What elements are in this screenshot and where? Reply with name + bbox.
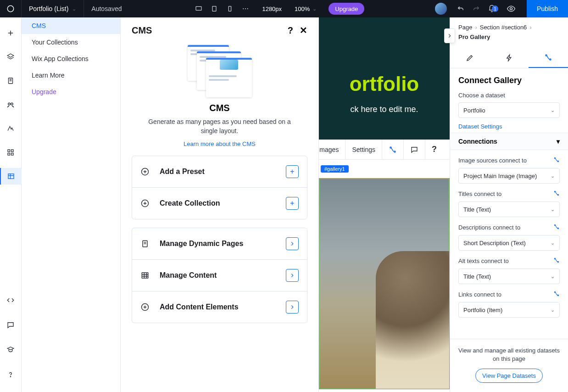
connect-data-tab[interactable] bbox=[529, 48, 568, 68]
cms-intro: CMS Generate as many pages as you need b… bbox=[121, 95, 318, 151]
user-avatar[interactable] bbox=[435, 3, 447, 15]
connect-icon[interactable] bbox=[553, 257, 560, 265]
cms-button[interactable] bbox=[0, 168, 22, 185]
svg-rect-11 bbox=[11, 153, 14, 156]
submenu-item-learn-more[interactable]: Learn More bbox=[22, 67, 120, 84]
layers-button[interactable] bbox=[0, 49, 22, 65]
connect-icon[interactable] bbox=[553, 291, 560, 298]
gallery-help-button[interactable]: ? bbox=[425, 140, 443, 159]
submenu-item-cms[interactable]: CMS bbox=[22, 17, 120, 34]
help-button[interactable] bbox=[0, 366, 22, 383]
view-page-datasets-button[interactable]: View Page Datasets bbox=[475, 369, 543, 383]
dataset-settings-link[interactable]: Dataset Settings bbox=[458, 123, 502, 130]
svg-point-7 bbox=[11, 103, 13, 105]
panel-collapse-handle[interactable] bbox=[444, 28, 455, 43]
connect-icon[interactable] bbox=[553, 157, 560, 164]
create-collection-option[interactable]: Create Collection + bbox=[132, 187, 307, 219]
gallery-floating-toolbar: Images Settings ? bbox=[319, 140, 450, 160]
manage-content-option[interactable]: Manage Content bbox=[132, 259, 307, 291]
image-sources-select[interactable]: Project Main Image (Image) ⌄ bbox=[458, 168, 560, 184]
topbar: Portfolio (List) ⌄ Autosaved ⋯ 1280px 10… bbox=[0, 0, 568, 17]
submenu-item-upgrade[interactable]: Upgrade bbox=[22, 84, 120, 100]
publish-button[interactable]: Publish bbox=[527, 0, 568, 17]
breadcrumb-section[interactable]: Section #section6 bbox=[480, 24, 527, 31]
add-elements-button[interactable] bbox=[0, 25, 22, 41]
gallery-selected-image[interactable] bbox=[319, 178, 450, 389]
more-breakpoints-icon[interactable]: ⋯ bbox=[242, 5, 249, 12]
gallery-body: #gallery1 bbox=[319, 160, 450, 389]
pages-button[interactable] bbox=[0, 73, 22, 89]
manage-dynamic-pages-option[interactable]: Manage Dynamic Pages bbox=[132, 228, 307, 259]
cms-intro-heading: CMS bbox=[139, 103, 300, 113]
gallery-connect-data-button[interactable] bbox=[382, 140, 403, 159]
breadcrumb-page[interactable]: Page bbox=[458, 24, 472, 31]
links-select[interactable]: Portfolio (Item) ⌄ bbox=[458, 302, 560, 318]
svg-point-4 bbox=[510, 8, 512, 10]
add-content-elements-action-button[interactable] bbox=[286, 301, 299, 314]
inspector-panel: Page › Section #section6 › Pro Gallery C… bbox=[450, 17, 568, 392]
breakpoint-width[interactable]: 1280px bbox=[256, 0, 288, 17]
gallery-settings-tab[interactable]: Settings bbox=[345, 140, 382, 159]
footer-text: View and manage all existing datasets on… bbox=[458, 347, 560, 363]
pages-icon bbox=[140, 239, 150, 248]
connection-field-descriptions: Descriptions connect to Short Descriptio… bbox=[458, 224, 560, 251]
site-members-button[interactable] bbox=[0, 96, 22, 113]
undo-button[interactable] bbox=[453, 5, 468, 13]
add-content-elements-option[interactable]: Add Content Elements bbox=[132, 291, 307, 323]
desktop-icon[interactable] bbox=[195, 5, 202, 12]
submenu-item-your-collections[interactable]: Your Collections bbox=[22, 34, 120, 50]
option-label: Manage Dynamic Pages bbox=[160, 240, 276, 248]
submenu-item-wix-app-collections[interactable]: Wix App Collections bbox=[22, 50, 120, 67]
cms-learn-more-link[interactable]: Learn more about the CMS bbox=[184, 140, 256, 147]
svg-rect-2 bbox=[212, 6, 216, 11]
app-logo[interactable] bbox=[0, 0, 22, 17]
breadcrumb-current[interactable]: Pro Gallery bbox=[458, 34, 490, 40]
chevron-down-icon: ⌄ bbox=[551, 173, 555, 179]
descriptions-select[interactable]: Short Description (Text) ⌄ bbox=[458, 235, 560, 251]
learn-button[interactable] bbox=[0, 342, 22, 358]
zoom-control[interactable]: 100% ⌄ bbox=[288, 0, 323, 17]
left-rail bbox=[0, 17, 22, 392]
connect-icon[interactable] bbox=[553, 224, 560, 231]
tablet-icon[interactable] bbox=[211, 5, 218, 12]
svg-rect-17 bbox=[142, 273, 148, 278]
animations-tab[interactable] bbox=[490, 48, 529, 68]
chevron-right-icon: › bbox=[529, 24, 531, 31]
add-preset-option[interactable]: Add a Preset + bbox=[132, 156, 307, 187]
dev-mode-button[interactable] bbox=[0, 292, 22, 308]
hero-subtitle: ck here to edit me. bbox=[319, 105, 450, 114]
connection-field-image-sources: Image sources connect to Project Main Im… bbox=[458, 157, 560, 184]
svg-rect-9 bbox=[11, 150, 14, 152]
cms-help-button[interactable]: ? bbox=[288, 25, 293, 36]
connect-icon[interactable] bbox=[553, 190, 560, 198]
cms-options-group-1: Add a Preset + Create Collection + bbox=[132, 156, 307, 219]
design-tab[interactable] bbox=[450, 48, 490, 68]
cms-illustration bbox=[188, 45, 252, 95]
upgrade-button[interactable]: Upgrade bbox=[329, 3, 364, 15]
manage-dynamic-pages-action-button[interactable] bbox=[286, 237, 299, 250]
preview-button[interactable] bbox=[504, 4, 518, 13]
viewport-switcher: ⋯ bbox=[189, 0, 256, 17]
hero-title: ortfolio bbox=[319, 73, 450, 95]
gallery-comments-button[interactable] bbox=[403, 140, 425, 159]
topbar-right-actions: 1 Publish bbox=[429, 0, 568, 17]
cms-close-button[interactable]: ✕ bbox=[300, 25, 307, 36]
titles-select[interactable]: Title (Text) ⌄ bbox=[458, 202, 560, 217]
theme-button[interactable] bbox=[0, 120, 22, 137]
hero-section[interactable]: ortfolio ck here to edit me. bbox=[319, 17, 450, 140]
chevron-down-icon: ⌄ bbox=[551, 240, 555, 246]
dataset-select[interactable]: Portfolio ⌄ bbox=[458, 102, 560, 118]
add-preset-action-button[interactable]: + bbox=[286, 165, 299, 178]
notifications-button[interactable]: 1 bbox=[484, 5, 499, 13]
apps-button[interactable] bbox=[0, 144, 22, 161]
svg-point-6 bbox=[8, 103, 11, 105]
create-collection-action-button[interactable]: + bbox=[286, 197, 299, 210]
manage-content-action-button[interactable] bbox=[286, 269, 299, 282]
connections-accordion-header[interactable]: Connections ▾ bbox=[450, 133, 568, 150]
redo-button[interactable] bbox=[469, 5, 484, 13]
svg-rect-12 bbox=[8, 174, 14, 179]
comments-button[interactable] bbox=[0, 317, 22, 333]
mobile-icon[interactable] bbox=[226, 5, 234, 12]
alt-texts-select[interactable]: Title (Text) ⌄ bbox=[458, 269, 560, 284]
page-dropdown[interactable]: Portfolio (List) ⌄ bbox=[22, 0, 84, 17]
